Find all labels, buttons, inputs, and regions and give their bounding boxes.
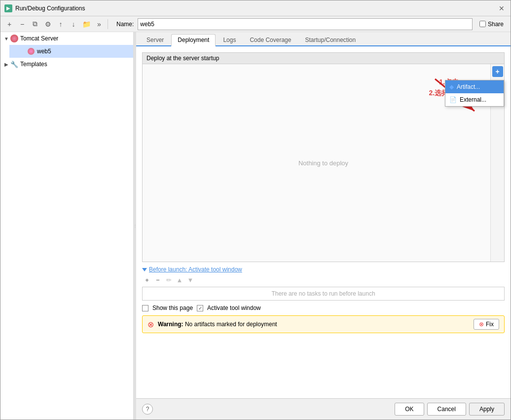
warning-row: ⊗ Warning: No artifacts marked for deplo… [142,315,505,333]
launch-remove-button[interactable]: − [153,275,163,285]
warning-bold: Warning: [158,321,183,328]
share-label: Share [488,21,504,28]
web5-icon [27,47,35,55]
move-up-button[interactable]: ↑ [55,18,67,30]
launch-down-button[interactable]: ▼ [185,275,195,285]
fix-label: Fix [486,321,494,328]
deploy-dropdown-popup: ◆ Artifact... 📄 External... [445,80,504,107]
name-row: Name: [110,18,478,30]
window-icon: ▶ [4,4,12,12]
expand-arrow-tomcat: ▼ [3,36,9,41]
expand-arrow-templates: ▶ [3,61,9,67]
show-page-label: Show this page [152,305,193,311]
add-config-button[interactable]: + [3,18,15,30]
name-input[interactable] [138,18,473,30]
share-row: Share [479,21,508,28]
triangle-down-icon [142,268,147,271]
wrench-icon: 🔧 [10,60,18,68]
copy-config-button[interactable]: ⧉ [29,18,41,30]
bottom-right: OK Cancel Apply [395,403,505,416]
warning-detail: No artifacts marked for deployment [185,321,277,328]
tomcat-server-label: Tomcat Server [20,35,58,42]
right-panel: Server Deployment Logs Code Coverage Sta… [136,32,511,420]
artifact-label: Artifact... [457,83,480,90]
toolbar-separator [108,19,108,29]
before-launch-header: Before launch: Activate tool window [142,266,505,273]
show-page-checkbox[interactable] [142,305,148,311]
deploy-sidebar-buttons: + ▼ ✏ ◆ Artifact... 📄 [490,64,504,262]
before-launch-toolbar: + − ✏ ▲ ▼ [142,275,505,285]
tab-deployment[interactable]: Deployment [171,34,216,46]
external-icon: 📄 [449,96,457,103]
more-button[interactable]: » [93,18,105,30]
toolbar: + − ⧉ ⚙ ↑ ↓ 📁 » Name: Share [0,16,511,32]
tabs-bar: Server Deployment Logs Code Coverage Sta… [136,32,511,46]
show-page-row: Show this page Activate tool window [142,305,505,311]
launch-add-button[interactable]: + [142,275,152,285]
deploy-add-button[interactable]: + [492,66,503,77]
tab-server[interactable]: Server [140,34,170,45]
main-content: ▼ Tomcat Server web5 ▶ 🔧 Templates [0,32,511,420]
fix-icon: ⊗ [479,321,484,328]
nothing-deploy-text: Nothing to deploy [298,159,348,167]
sidebar: ▼ Tomcat Server web5 ▶ 🔧 Templates [0,32,134,420]
external-label: External... [460,96,486,103]
sidebar-item-web5[interactable]: web5 [9,45,133,58]
folder-button[interactable]: 📁 [80,18,92,30]
tasks-placeholder: There are no tasks to run before launch [271,290,375,297]
deploy-header: Deploy at the server startup [143,53,504,64]
tasks-list: There are no tasks to run before launch [142,287,505,301]
launch-edit-button[interactable]: ✏ [164,275,174,285]
launch-up-button[interactable]: ▲ [175,275,184,285]
templates-label: Templates [20,61,47,68]
fix-button[interactable]: ⊗ Fix [474,319,499,330]
help-button[interactable]: ? [142,404,153,415]
ok-button[interactable]: OK [395,403,424,416]
title-bar: ▶ Run/Debug Configurations ✕ [0,0,511,16]
cancel-button[interactable]: Cancel [427,403,466,416]
external-menu-item[interactable]: 📄 External... [445,93,504,106]
tab-logs[interactable]: Logs [217,34,242,45]
panel-content: Deploy at the server startup Nothing to … [136,46,511,398]
activate-tool-label: Activate tool window [207,305,261,311]
run-debug-configurations-window: ▶ Run/Debug Configurations ✕ + − ⧉ ⚙ ↑ ↓… [0,0,511,420]
tomcat-server-icon [10,35,18,42]
web5-label: web5 [37,48,51,55]
before-launch-section: Before launch: Activate tool window + − … [142,266,505,311]
warning-text: Warning: No artifacts marked for deploym… [158,321,470,328]
settings-button[interactable]: ⚙ [42,18,54,30]
close-button[interactable]: ✕ [497,3,507,13]
deploy-section: Deploy at the server startup Nothing to … [142,52,505,262]
move-down-button[interactable]: ↓ [68,18,79,30]
tab-code-coverage[interactable]: Code Coverage [243,34,297,45]
window-title: Run/Debug Configurations [15,5,497,12]
activate-tool-checkbox[interactable] [197,305,203,311]
bottom-bar: ? OK Cancel Apply [136,398,511,420]
apply-button[interactable]: Apply [469,403,505,416]
before-launch-label[interactable]: Before launch: Activate tool window [149,266,242,273]
artifact-icon: ◆ [449,83,454,90]
sidebar-item-templates[interactable]: ▶ 🔧 Templates [0,58,133,71]
sidebar-item-tomcat-server[interactable]: ▼ Tomcat Server [0,32,133,45]
name-label: Name: [116,21,134,28]
deploy-area: Nothing to deploy 1.点击 + 2.选择 Artifact [143,64,504,262]
share-checkbox[interactable] [479,21,486,27]
tab-startup-connection[interactable]: Startup/Connection [298,34,362,45]
warning-icon: ⊗ [147,320,154,329]
remove-config-button[interactable]: − [16,18,28,30]
artifact-menu-item[interactable]: ◆ Artifact... [445,80,504,93]
